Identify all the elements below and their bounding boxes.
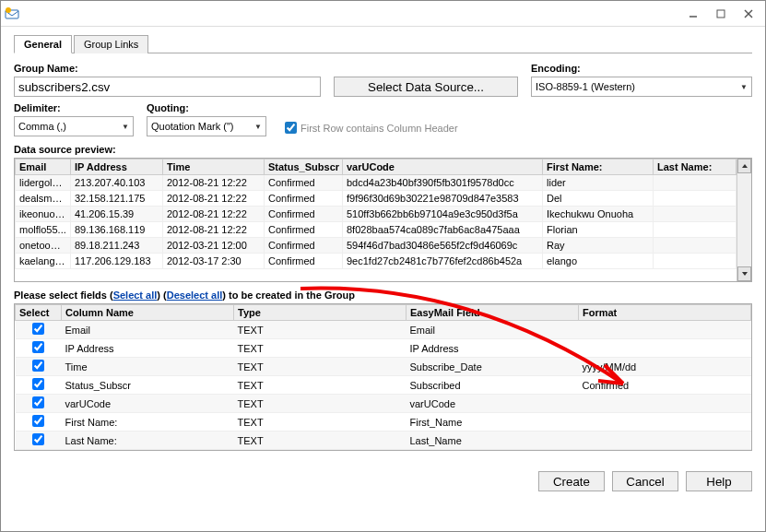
fields-cell: TEXT bbox=[234, 321, 407, 339]
scroll-down-arrow[interactable] bbox=[737, 266, 751, 281]
preview-col-header[interactable]: varUCode bbox=[343, 160, 543, 175]
quoting-select[interactable]: Quotation Mark (") bbox=[147, 116, 266, 136]
field-select-checkbox[interactable] bbox=[32, 433, 44, 445]
fields-cell: Subscribed bbox=[407, 376, 579, 395]
title-bar bbox=[1, 1, 765, 27]
preview-cell: lidergold0... bbox=[16, 175, 71, 191]
preview-cell: 2012-08-21 12:22 bbox=[163, 222, 265, 238]
preview-col-header[interactable]: IP Address bbox=[71, 160, 163, 175]
preview-scrollbar[interactable] bbox=[737, 159, 751, 281]
table-row[interactable]: lidergold0...213.207.40.1032012-08-21 12… bbox=[16, 175, 737, 191]
field-select-checkbox[interactable] bbox=[32, 360, 44, 372]
preview-cell bbox=[654, 175, 737, 191]
table-row[interactable]: Status_SubscrTEXTSubscribedConfirmed bbox=[16, 376, 751, 395]
svg-point-1 bbox=[6, 7, 11, 13]
preview-cell: Confirmed bbox=[265, 207, 343, 222]
svg-rect-3 bbox=[717, 10, 725, 18]
fields-cell: yyyy/MM/dd bbox=[579, 358, 751, 376]
preview-cell: 8f028baa574ca089c7fab6ac8a475aaa bbox=[343, 222, 543, 238]
fields-cell: Time bbox=[62, 358, 234, 376]
fields-cell: First Name: bbox=[62, 413, 234, 432]
fields-cell: TEXT bbox=[234, 413, 407, 432]
scroll-up-arrow[interactable] bbox=[737, 159, 751, 173]
tab-general[interactable]: General bbox=[14, 35, 72, 53]
table-row[interactable]: onetoomo...89.18.211.2432012-03-21 12:00… bbox=[16, 238, 737, 254]
close-button[interactable] bbox=[736, 5, 761, 23]
preview-cell: 2012-03-21 12:00 bbox=[163, 238, 265, 254]
app-icon bbox=[5, 6, 19, 21]
fields-cell: TEXT bbox=[234, 432, 407, 450]
table-row[interactable]: molflo55...89.136.168.1192012-08-21 12:2… bbox=[16, 222, 737, 238]
preview-cell bbox=[654, 222, 737, 238]
fields-col-header[interactable]: Type bbox=[234, 305, 407, 321]
preview-cell: 594f46d7bad30486e565f2cf9d46069c bbox=[343, 238, 543, 254]
preview-cell: Del bbox=[543, 191, 654, 207]
cancel-button[interactable]: Cancel bbox=[612, 471, 678, 491]
encoding-select[interactable]: ISO-8859-1 (Western) bbox=[531, 77, 752, 97]
minimize-button[interactable] bbox=[680, 5, 706, 23]
preview-cell: lider bbox=[543, 175, 654, 191]
fields-col-header[interactable]: Format bbox=[579, 305, 751, 321]
preview-cell: molflo55... bbox=[16, 222, 71, 238]
preview-cell: Confirmed bbox=[265, 175, 343, 191]
first-row-header-label: First Row contains Column Header bbox=[301, 123, 458, 134]
preview-cell: dealsmad... bbox=[16, 191, 71, 207]
preview-cell: 89.136.168.119 bbox=[71, 222, 163, 238]
table-row[interactable]: Last Name:TEXTLast_Name bbox=[16, 432, 751, 450]
group-name-label: Group Name: bbox=[14, 63, 321, 74]
fields-cell: Confirmed bbox=[579, 376, 751, 395]
preview-col-header[interactable]: Status_Subscr bbox=[265, 160, 343, 175]
preview-cell: 41.206.15.39 bbox=[71, 207, 163, 222]
fields-cell: TEXT bbox=[234, 376, 407, 395]
preview-col-header[interactable]: First Name: bbox=[543, 160, 654, 175]
table-row[interactable]: EmailTEXTEmail bbox=[16, 321, 751, 339]
delimiter-select[interactable]: Comma (,) bbox=[14, 116, 134, 136]
preview-cell: ikeonuoh... bbox=[16, 207, 71, 222]
fields-col-header[interactable]: Select bbox=[16, 305, 62, 321]
preview-cell: elango bbox=[543, 254, 654, 269]
preview-cell: 2012-08-21 12:22 bbox=[163, 175, 265, 191]
quoting-label: Quoting: bbox=[147, 102, 266, 113]
preview-cell: 117.206.129.183 bbox=[71, 254, 163, 269]
first-row-header-checkbox[interactable] bbox=[285, 122, 297, 134]
select-data-source-button[interactable]: Select Data Source... bbox=[334, 77, 518, 97]
fields-col-header[interactable]: EasyMail Field bbox=[407, 305, 579, 321]
table-row[interactable]: TimeTEXTSubscribe_Dateyyyy/MM/dd bbox=[16, 358, 751, 376]
preview-col-header[interactable]: Time bbox=[163, 160, 265, 175]
field-select-checkbox[interactable] bbox=[32, 341, 44, 353]
preview-col-header[interactable]: Email bbox=[16, 160, 71, 175]
table-row[interactable]: ikeonuoh...41.206.15.392012-08-21 12:22C… bbox=[16, 207, 737, 222]
fields-cell: IP Address bbox=[62, 339, 234, 358]
tab-group-links[interactable]: Group Links bbox=[74, 35, 148, 53]
table-row[interactable]: IP AddressTEXTIP Address bbox=[16, 339, 751, 358]
table-row[interactable]: kaelango...117.206.129.1832012-03-17 2:3… bbox=[16, 254, 737, 269]
fields-cell: TEXT bbox=[234, 358, 407, 376]
preview-cell: 2012-03-17 2:30 bbox=[163, 254, 265, 269]
preview-label: Data source preview: bbox=[14, 144, 752, 155]
preview-cell: 510ff3b662bb6b97104a9e3c950d3f5a bbox=[343, 207, 543, 222]
create-button[interactable]: Create bbox=[538, 471, 605, 491]
fields-cell bbox=[579, 395, 751, 413]
field-select-checkbox[interactable] bbox=[32, 396, 44, 408]
field-select-checkbox[interactable] bbox=[32, 415, 44, 427]
field-select-checkbox[interactable] bbox=[32, 378, 44, 390]
preview-cell bbox=[654, 238, 737, 254]
help-button[interactable]: Help bbox=[686, 471, 752, 491]
table-row[interactable]: varUCodeTEXTvarUCode bbox=[16, 395, 751, 413]
deselect-all-link[interactable]: Deselect all bbox=[167, 290, 223, 301]
table-row[interactable]: dealsmad...32.158.121.1752012-08-21 12:2… bbox=[16, 191, 737, 207]
preview-cell: 213.207.40.103 bbox=[71, 175, 163, 191]
table-row[interactable]: First Name:TEXTFirst_Name bbox=[16, 413, 751, 432]
delimiter-label: Delimiter: bbox=[14, 102, 134, 113]
preview-col-header[interactable]: Last Name: bbox=[654, 160, 737, 175]
group-name-input[interactable] bbox=[14, 77, 321, 97]
preview-cell: Florian bbox=[543, 222, 654, 238]
preview-cell: Confirmed bbox=[265, 222, 343, 238]
maximize-button[interactable] bbox=[708, 5, 734, 23]
select-all-link[interactable]: Select all bbox=[113, 290, 158, 301]
fields-cell bbox=[579, 339, 751, 358]
preview-cell: Confirmed bbox=[265, 191, 343, 207]
field-select-checkbox[interactable] bbox=[32, 323, 44, 335]
preview-cell: Confirmed bbox=[265, 238, 343, 254]
fields-col-header[interactable]: Column Name bbox=[62, 305, 234, 321]
